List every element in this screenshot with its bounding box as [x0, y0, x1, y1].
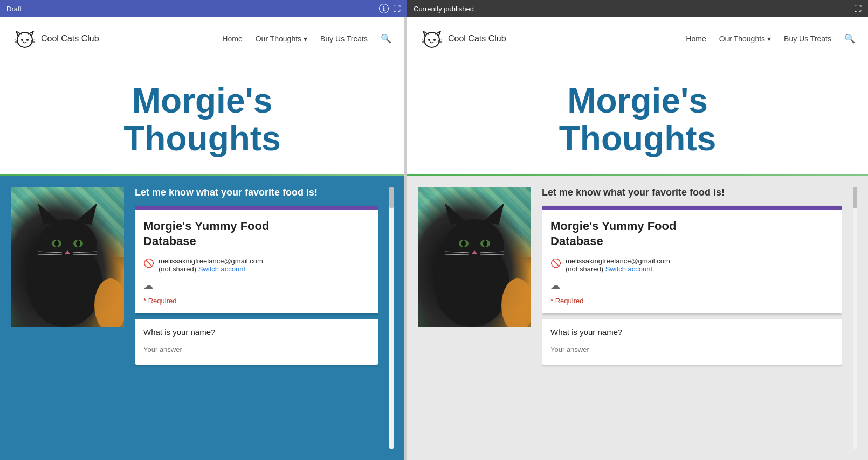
draft-switch-account[interactable]: Switch account [198, 265, 245, 273]
draft-not-shared: (not shared) [159, 265, 198, 273]
svg-point-22 [428, 39, 430, 41]
published-not-shared: (not shared) [566, 265, 605, 273]
svg-point-21 [424, 32, 439, 47]
published-nav: Cool Cats Club Home Our Thoughts ▾ Buy U… [407, 17, 868, 60]
search-icon-draft[interactable]: 🔍 [381, 33, 391, 44]
published-bar: Currently published ⛶ [407, 0, 868, 17]
dropdown-arrow-pub: ▾ [767, 34, 771, 43]
published-form-db-title: Morgie's Yummy FoodDatabase [550, 219, 833, 249]
draft-question-text: What is your name? [143, 327, 370, 337]
svg-marker-30 [445, 203, 466, 225]
search-icon-pub[interactable]: 🔍 [844, 33, 855, 44]
draft-logo: Cool Cats Club [13, 27, 99, 51]
draft-answer-input[interactable] [143, 343, 370, 356]
nav-thoughts-draft[interactable]: Our Thoughts ▾ [256, 34, 307, 43]
draft-form-area: Let me know what your favorite food is! … [135, 187, 378, 449]
eye-slash-icon-pub: 🚫 [550, 258, 561, 268]
draft-required: * Required [143, 297, 370, 305]
svg-point-0 [17, 32, 32, 47]
svg-point-29 [445, 219, 504, 273]
cat-svg-pub [418, 187, 531, 327]
draft-account-info: melissakingfreelance@gmail.com (not shar… [159, 257, 263, 273]
draft-hero-title: Morgie'sThoughts [11, 82, 394, 158]
published-required: * Required [550, 297, 833, 305]
svg-line-3 [15, 40, 18, 41]
cat-logo-icon-pub [420, 27, 444, 51]
published-label: Currently published [414, 5, 474, 13]
draft-nav: Cool Cats Club Home Our Thoughts ▾ Buy U… [0, 17, 404, 60]
published-form-prompt: Let me know what your favorite food is! [542, 187, 842, 198]
top-bar: Draft ℹ ⛶ Currently published ⛶ [0, 0, 868, 17]
draft-bar: Draft ℹ ⛶ [0, 0, 407, 17]
svg-point-35 [483, 240, 487, 247]
svg-point-1 [21, 39, 23, 41]
published-answer-input[interactable] [550, 343, 833, 356]
published-logo: Cool Cats Club [420, 27, 506, 51]
published-panel: Cool Cats Club Home Our Thoughts ▾ Buy U… [407, 17, 868, 460]
published-hero-title: Morgie'sThoughts [418, 82, 857, 158]
published-cat-photo [418, 187, 531, 327]
cloud-icon-draft: ☁ [143, 280, 153, 291]
draft-scrollbar[interactable] [389, 187, 394, 449]
nav-treats-pub[interactable]: Buy Us Treats [784, 34, 831, 43]
published-cloud-row: ☁ [550, 280, 833, 291]
nav-treats-draft[interactable]: Buy Us Treats [320, 34, 368, 43]
svg-point-8 [38, 219, 97, 273]
svg-line-5 [31, 40, 35, 41]
draft-panel: Cool Cats Club Home Our Thoughts ▾ Buy U… [0, 17, 407, 460]
draft-form-card-header [135, 206, 378, 210]
draft-form-card: Morgie's Yummy FoodDatabase 🚫 melissakin… [135, 206, 378, 313]
draft-account-email: melissakingfreelance@gmail.com [159, 257, 263, 265]
published-switch-account[interactable]: Switch account [605, 265, 652, 273]
published-form-area: Let me know what your favorite food is! … [542, 187, 842, 449]
published-account-info: melissakingfreelance@gmail.com (not shar… [566, 257, 670, 273]
svg-line-24 [422, 40, 425, 41]
draft-question-card: What is your name? [135, 319, 378, 365]
draft-cloud-row: ☁ [143, 280, 370, 291]
svg-line-26 [438, 40, 442, 41]
published-account-row: 🚫 melissakingfreelance@gmail.com (not sh… [550, 257, 833, 273]
svg-point-34 [461, 240, 466, 247]
published-scroll-thumb [853, 187, 857, 208]
dropdown-arrow-draft: ▾ [304, 34, 307, 43]
published-question-card: What is your name? [542, 319, 842, 365]
cat-svg [11, 187, 124, 327]
published-hero: Morgie'sThoughts [407, 60, 868, 174]
published-form-card-header [542, 206, 842, 210]
draft-cat-photo [11, 187, 124, 327]
info-icon[interactable]: ℹ [379, 4, 389, 13]
draft-content: Let me know what your favorite food is! … [0, 176, 404, 460]
published-scrollbar[interactable] [853, 187, 857, 449]
svg-point-2 [26, 39, 29, 41]
draft-form-db-title: Morgie's Yummy FoodDatabase [143, 219, 370, 249]
main-content: Cool Cats Club Home Our Thoughts ▾ Buy U… [0, 17, 868, 460]
cloud-icon-pub: ☁ [550, 280, 560, 291]
svg-point-13 [54, 240, 59, 247]
draft-scroll-thumb [389, 187, 394, 208]
expand-icon-draft[interactable]: ⛶ [393, 4, 401, 13]
draft-account-row: 🚫 melissakingfreelance@gmail.com (not sh… [143, 257, 370, 273]
cat-logo-icon [13, 27, 37, 51]
draft-form-card-body: Morgie's Yummy FoodDatabase 🚫 melissakin… [135, 210, 378, 313]
published-question-text: What is your name? [550, 327, 833, 337]
expand-icon-published[interactable]: ⛶ [854, 4, 862, 13]
svg-marker-10 [75, 203, 97, 225]
svg-marker-9 [38, 203, 59, 225]
published-content: Let me know what your favorite food is! … [407, 176, 868, 460]
published-form-card: Morgie's Yummy FoodDatabase 🚫 melissakin… [542, 206, 842, 313]
nav-home-draft[interactable]: Home [222, 34, 242, 43]
published-nav-links: Home Our Thoughts ▾ Buy Us Treats 🔍 [686, 33, 855, 44]
published-account-email: melissakingfreelance@gmail.com [566, 257, 670, 265]
eye-slash-icon-draft: 🚫 [143, 258, 154, 268]
nav-home-pub[interactable]: Home [686, 34, 706, 43]
nav-thoughts-pub[interactable]: Our Thoughts ▾ [719, 34, 771, 43]
published-logo-text: Cool Cats Club [448, 34, 506, 44]
svg-point-14 [76, 240, 80, 247]
draft-nav-links: Home Our Thoughts ▾ Buy Us Treats 🔍 [222, 33, 391, 44]
draft-label: Draft [6, 5, 22, 13]
svg-marker-31 [483, 203, 504, 225]
draft-form-prompt: Let me know what your favorite food is! [135, 187, 378, 198]
draft-logo-text: Cool Cats Club [41, 34, 99, 44]
published-form-card-body: Morgie's Yummy FoodDatabase 🚫 melissakin… [542, 210, 842, 313]
draft-hero: Morgie'sThoughts [0, 60, 404, 174]
